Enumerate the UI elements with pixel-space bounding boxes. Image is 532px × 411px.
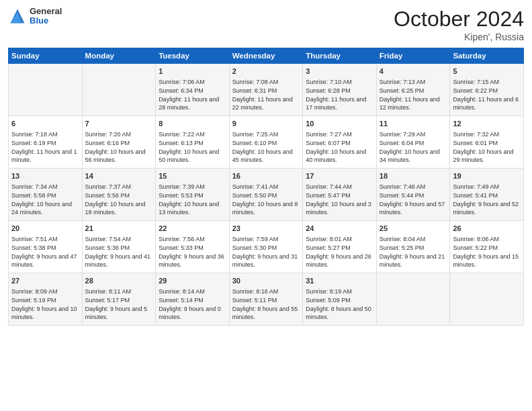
day-info: Sunrise: 7:29 AMSunset: 6:04 PMDaylight:… <box>380 130 447 164</box>
day-number: 14 <box>85 171 153 181</box>
day-info: Sunrise: 7:49 AMSunset: 5:41 PMDaylight:… <box>453 183 521 216</box>
calendar-cell: 10Sunrise: 7:27 AMSunset: 6:07 PMDayligh… <box>303 116 377 169</box>
day-info: Sunrise: 7:34 AMSunset: 5:58 PMDaylight:… <box>11 183 79 216</box>
day-number: 3 <box>306 66 373 77</box>
calendar-cell: 25Sunrise: 8:04 AMSunset: 5:25 PMDayligh… <box>376 221 450 273</box>
day-info: Sunrise: 7:08 AMSunset: 6:31 PMDaylight:… <box>232 78 300 111</box>
day-info: Sunrise: 7:46 AMSunset: 5:44 PMDaylight:… <box>380 183 447 216</box>
day-number: 17 <box>306 171 373 181</box>
day-number: 25 <box>380 224 447 234</box>
day-number: 29 <box>159 276 226 286</box>
day-number: 15 <box>159 171 226 181</box>
calendar-cell: 20Sunrise: 7:51 AMSunset: 5:38 PMDayligh… <box>9 221 83 273</box>
header-sunday: Sunday <box>9 48 83 64</box>
week-row-1: 1Sunrise: 7:06 AMSunset: 6:34 PMDaylight… <box>9 64 524 116</box>
day-info: Sunrise: 8:14 AMSunset: 5:14 PMDaylight:… <box>159 287 226 321</box>
day-number: 30 <box>232 276 300 286</box>
calendar-cell: 17Sunrise: 7:44 AMSunset: 5:47 PMDayligh… <box>303 169 377 221</box>
calendar-cell: 8Sunrise: 7:22 AMSunset: 6:13 PMDaylight… <box>156 116 230 169</box>
calendar-cell: 18Sunrise: 7:46 AMSunset: 5:44 PMDayligh… <box>376 169 450 221</box>
day-number: 10 <box>306 119 373 129</box>
calendar-cell: 29Sunrise: 8:14 AMSunset: 5:14 PMDayligh… <box>156 273 230 326</box>
location: Kipen', Russia <box>394 32 524 42</box>
calendar-cell <box>82 64 156 116</box>
day-info: Sunrise: 7:10 AMSunset: 6:28 PMDaylight:… <box>306 78 373 111</box>
day-info: Sunrise: 7:51 AMSunset: 5:38 PMDaylight:… <box>11 235 79 269</box>
month-title: October 2024 <box>394 7 524 32</box>
day-number: 26 <box>453 224 521 234</box>
day-number: 18 <box>380 171 447 181</box>
page-header: General Blue October 2024 Kipen', Russia <box>8 7 524 42</box>
calendar-cell: 11Sunrise: 7:29 AMSunset: 6:04 PMDayligh… <box>376 116 450 169</box>
calendar-cell <box>9 64 83 116</box>
week-row-5: 27Sunrise: 8:09 AMSunset: 5:19 PMDayligh… <box>9 273 524 326</box>
calendar-cell <box>450 273 524 326</box>
calendar-cell: 31Sunrise: 8:19 AMSunset: 5:09 PMDayligh… <box>303 273 377 326</box>
calendar-cell: 30Sunrise: 8:16 AMSunset: 5:11 PMDayligh… <box>229 273 303 326</box>
calendar-cell: 7Sunrise: 7:20 AMSunset: 6:16 PMDaylight… <box>82 116 156 169</box>
day-number: 6 <box>11 119 79 129</box>
day-number: 24 <box>306 224 373 234</box>
day-info: Sunrise: 7:13 AMSunset: 6:25 PMDaylight:… <box>380 78 447 111</box>
day-number: 1 <box>159 66 226 77</box>
calendar-header-row: SundayMondayTuesdayWednesdayThursdayFrid… <box>9 48 524 64</box>
day-info: Sunrise: 7:27 AMSunset: 6:07 PMDaylight:… <box>306 130 373 164</box>
day-number: 27 <box>11 276 79 286</box>
calendar-cell: 15Sunrise: 7:39 AMSunset: 5:53 PMDayligh… <box>156 169 230 221</box>
day-info: Sunrise: 8:11 AMSunset: 5:17 PMDaylight:… <box>85 287 153 321</box>
calendar-cell: 27Sunrise: 8:09 AMSunset: 5:19 PMDayligh… <box>9 273 83 326</box>
day-number: 8 <box>159 119 226 129</box>
calendar-cell: 13Sunrise: 7:34 AMSunset: 5:58 PMDayligh… <box>9 169 83 221</box>
calendar-cell: 21Sunrise: 7:54 AMSunset: 5:36 PMDayligh… <box>82 221 156 273</box>
calendar-cell: 6Sunrise: 7:18 AMSunset: 6:19 PMDaylight… <box>9 116 83 169</box>
day-info: Sunrise: 7:59 AMSunset: 5:30 PMDaylight:… <box>232 235 300 269</box>
day-info: Sunrise: 8:16 AMSunset: 5:11 PMDaylight:… <box>232 287 300 321</box>
calendar-cell: 16Sunrise: 7:41 AMSunset: 5:50 PMDayligh… <box>229 169 303 221</box>
week-row-3: 13Sunrise: 7:34 AMSunset: 5:58 PMDayligh… <box>9 169 524 221</box>
calendar-table: SundayMondayTuesdayWednesdayThursdayFrid… <box>8 48 524 326</box>
page-container: General Blue October 2024 Kipen', Russia… <box>0 0 532 331</box>
day-info: Sunrise: 8:06 AMSunset: 5:22 PMDaylight:… <box>453 235 521 269</box>
day-number: 9 <box>232 119 300 129</box>
calendar-cell: 24Sunrise: 8:01 AMSunset: 5:27 PMDayligh… <box>303 221 377 273</box>
day-number: 5 <box>453 66 521 77</box>
day-info: Sunrise: 8:09 AMSunset: 5:19 PMDaylight:… <box>11 287 79 321</box>
calendar-cell: 4Sunrise: 7:13 AMSunset: 6:25 PMDaylight… <box>376 64 450 116</box>
calendar-cell: 9Sunrise: 7:25 AMSunset: 6:10 PMDaylight… <box>229 116 303 169</box>
day-info: Sunrise: 7:44 AMSunset: 5:47 PMDaylight:… <box>306 183 373 216</box>
day-info: Sunrise: 7:41 AMSunset: 5:50 PMDaylight:… <box>232 183 300 216</box>
day-info: Sunrise: 7:20 AMSunset: 6:16 PMDaylight:… <box>85 130 153 164</box>
calendar-cell: 22Sunrise: 7:56 AMSunset: 5:33 PMDayligh… <box>156 221 230 273</box>
day-info: Sunrise: 7:39 AMSunset: 5:53 PMDaylight:… <box>159 183 226 216</box>
day-info: Sunrise: 7:15 AMSunset: 6:22 PMDaylight:… <box>453 78 521 111</box>
day-info: Sunrise: 7:37 AMSunset: 5:56 PMDaylight:… <box>85 183 153 216</box>
calendar-cell: 2Sunrise: 7:08 AMSunset: 6:31 PMDaylight… <box>229 64 303 116</box>
day-number: 11 <box>380 119 447 129</box>
day-number: 13 <box>11 171 79 181</box>
day-number: 31 <box>306 276 373 286</box>
day-number: 7 <box>85 119 153 129</box>
day-number: 28 <box>85 276 153 286</box>
day-number: 16 <box>232 171 300 181</box>
day-number: 22 <box>159 224 226 234</box>
day-info: Sunrise: 7:32 AMSunset: 6:01 PMDaylight:… <box>453 130 521 164</box>
day-number: 2 <box>232 66 300 77</box>
header-tuesday: Tuesday <box>156 48 230 64</box>
day-info: Sunrise: 8:19 AMSunset: 5:09 PMDaylight:… <box>306 287 373 321</box>
logo-blue: Blue <box>30 16 62 26</box>
day-number: 20 <box>11 224 79 234</box>
day-number: 4 <box>380 66 447 77</box>
header-thursday: Thursday <box>303 48 377 64</box>
logo-general: General <box>30 7 62 16</box>
calendar-cell: 28Sunrise: 8:11 AMSunset: 5:17 PMDayligh… <box>82 273 156 326</box>
logo: General Blue <box>8 7 62 26</box>
day-info: Sunrise: 7:18 AMSunset: 6:19 PMDaylight:… <box>11 130 79 164</box>
day-number: 12 <box>453 119 521 129</box>
calendar-cell: 26Sunrise: 8:06 AMSunset: 5:22 PMDayligh… <box>450 221 524 273</box>
logo-icon <box>8 7 27 26</box>
calendar-cell: 23Sunrise: 7:59 AMSunset: 5:30 PMDayligh… <box>229 221 303 273</box>
header-saturday: Saturday <box>450 48 524 64</box>
calendar-cell: 19Sunrise: 7:49 AMSunset: 5:41 PMDayligh… <box>450 169 524 221</box>
calendar-cell: 12Sunrise: 7:32 AMSunset: 6:01 PMDayligh… <box>450 116 524 169</box>
header-friday: Friday <box>376 48 450 64</box>
